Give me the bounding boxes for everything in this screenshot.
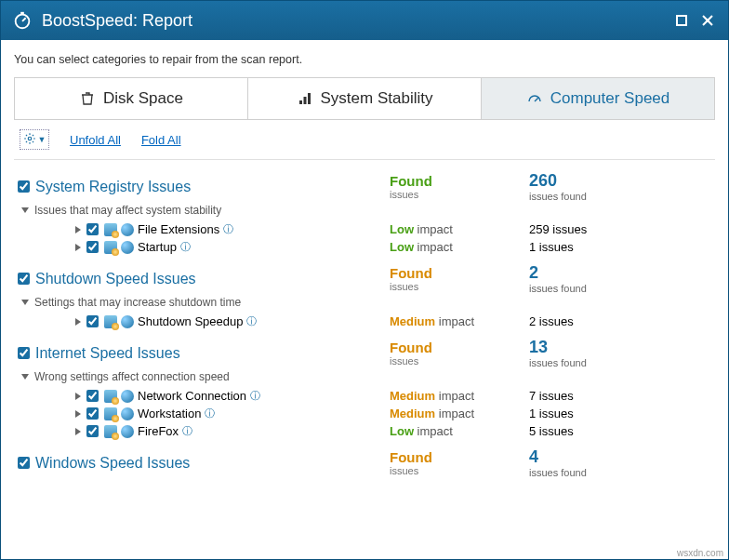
expand-triangle-icon[interactable]: [75, 244, 81, 251]
category-subtitle: Issues that may affect system stability: [21, 204, 711, 217]
impact-suffix: impact: [414, 240, 453, 254]
issues-found-label: issues found: [529, 357, 711, 368]
issues-suffix: issues: [536, 424, 573, 438]
registry-icon: [104, 315, 117, 328]
category-checkbox[interactable]: [18, 180, 30, 193]
impact-level: Medium: [390, 314, 435, 328]
category-subtitle: Wrong settings affect connection speed: [21, 370, 711, 383]
svg-rect-7: [303, 97, 306, 104]
issue-item: WorkstationⓘMedium impact1 issues: [18, 405, 711, 422]
intro-text: You can select categories to repair from…: [14, 53, 715, 66]
app-window: BoostSpeed: Report You can select catego…: [0, 0, 729, 560]
issues-suffix: issues: [536, 389, 573, 403]
category: Windows Speed IssuesFoundissues4issues f…: [14, 442, 711, 480]
window-title: BoostSpeed: Report: [42, 11, 192, 31]
svg-rect-6: [299, 100, 302, 104]
issues-suffix: issues: [536, 240, 573, 254]
issue-count: 13: [529, 338, 711, 357]
chevron-down-icon: ▼: [38, 135, 46, 144]
found-label: Found: [390, 340, 529, 355]
issues-found-label: issues found: [529, 191, 711, 202]
item-name: Workstation: [138, 407, 201, 420]
registry-icon: [104, 241, 117, 254]
expand-triangle-icon[interactable]: [75, 428, 81, 435]
issue-item: Network ConnectionⓘMedium impact7 issues: [18, 387, 711, 405]
issue-item: FireFoxⓘLow impact5 issues: [18, 422, 711, 440]
issue-item: Shutdown SpeedupⓘMedium impact2 issues: [18, 313, 711, 330]
maximize-button[interactable]: [672, 11, 691, 30]
watermark: wsxdn.com: [677, 548, 723, 558]
category-title[interactable]: System Registry Issues: [35, 179, 191, 195]
category-checkbox[interactable]: [18, 347, 30, 359]
expand-triangle-icon[interactable]: [75, 410, 81, 418]
unfold-all-link[interactable]: Unfold All: [70, 133, 121, 147]
category-checkbox[interactable]: [18, 457, 30, 469]
info-icon[interactable]: ⓘ: [250, 389, 260, 403]
issue-item: File ExtensionsⓘLow impact259 issues: [18, 220, 711, 238]
tab-disk-space[interactable]: Disk Space: [15, 78, 248, 119]
gear-icon: [23, 132, 36, 148]
toolbar: ▼ Unfold All Fold All: [14, 120, 715, 159]
info-icon[interactable]: ⓘ: [205, 407, 215, 420]
close-button[interactable]: [698, 11, 717, 30]
category-header-row: Internet Speed IssuesFoundissues13issues…: [18, 338, 711, 368]
collapse-triangle-icon[interactable]: [21, 300, 29, 305]
item-name: Startup: [138, 240, 177, 254]
registry-icon: [104, 390, 117, 403]
item-checkbox[interactable]: [86, 425, 99, 437]
collapse-triangle-icon[interactable]: [21, 374, 29, 380]
category-title[interactable]: Shutdown Speed Issues: [35, 271, 196, 287]
found-label: Found: [390, 173, 529, 189]
impact-suffix: impact: [414, 424, 453, 438]
info-icon[interactable]: ⓘ: [182, 424, 192, 438]
issues-found-label: issues found: [529, 283, 711, 294]
impact-level: Low: [390, 240, 414, 254]
category: Internet Speed IssuesFoundissues13issues…: [14, 332, 711, 442]
trash-icon: [79, 90, 96, 107]
category-checkbox[interactable]: [18, 273, 30, 285]
item-checkbox[interactable]: [86, 390, 99, 402]
info-icon[interactable]: ⓘ: [180, 240, 191, 254]
tab-system-stability[interactable]: System Stability: [248, 78, 482, 119]
info-icon[interactable]: ⓘ: [223, 222, 233, 236]
collapse-triangle-icon[interactable]: [21, 207, 29, 213]
issues-suffix: issues: [536, 407, 573, 420]
expand-triangle-icon[interactable]: [75, 318, 81, 326]
item-checkbox[interactable]: [86, 407, 99, 420]
globe-icon: [121, 425, 134, 438]
impact-level: Medium: [390, 389, 435, 403]
item-checkbox[interactable]: [86, 223, 99, 235]
category-tabs: Disk Space System Stability Computer Spe…: [14, 77, 715, 120]
registry-icon: [104, 223, 117, 236]
content-area: You can select categories to repair from…: [1, 40, 728, 559]
svg-rect-2: [20, 12, 24, 15]
speedometer-icon: [526, 90, 543, 107]
issues-suffix: issues: [550, 222, 587, 236]
found-label: Found: [390, 265, 529, 281]
view-options-button[interactable]: ▼: [20, 129, 49, 150]
fold-all-link[interactable]: Fold All: [141, 133, 181, 147]
issues-sublabel: issues: [390, 355, 529, 367]
issue-item: StartupⓘLow impact1 issues: [18, 238, 711, 256]
tab-label: Disk Space: [103, 89, 183, 108]
category-header-row: System Registry IssuesFoundissues260issu…: [18, 171, 711, 202]
svg-rect-8: [308, 93, 311, 104]
impact-suffix: impact: [435, 314, 474, 328]
tab-label: System Stability: [321, 89, 433, 108]
issues-list[interactable]: System Registry IssuesFoundissues260issu…: [14, 166, 715, 559]
expand-triangle-icon[interactable]: [75, 226, 81, 233]
category-title[interactable]: Windows Speed Issues: [35, 455, 190, 472]
expand-triangle-icon[interactable]: [75, 393, 81, 400]
info-icon[interactable]: ⓘ: [246, 314, 257, 328]
svg-line-9: [535, 98, 538, 101]
category-header-row: Windows Speed IssuesFoundissues4issues f…: [18, 447, 711, 478]
item-checkbox[interactable]: [86, 241, 99, 253]
category-subtitle: Settings that may increase shutdown time: [21, 296, 711, 309]
item-checkbox[interactable]: [86, 315, 99, 327]
impact-level: Low: [390, 222, 414, 236]
issues-found-label: issues found: [529, 467, 711, 478]
issues-sublabel: issues: [390, 465, 529, 476]
tab-computer-speed[interactable]: Computer Speed: [482, 78, 714, 119]
category-title[interactable]: Internet Speed Issues: [35, 345, 180, 362]
category: System Registry IssuesFoundissues260issu…: [14, 166, 711, 258]
